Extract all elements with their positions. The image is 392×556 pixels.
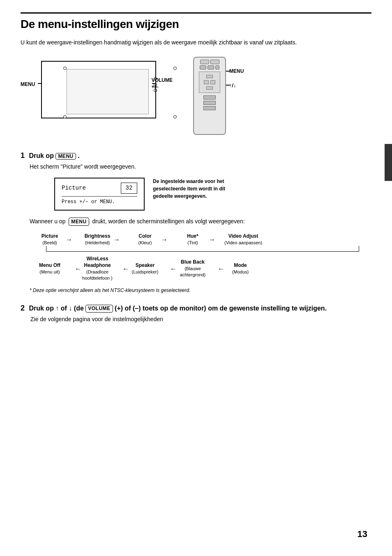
flow-line-horizontal <box>48 246 357 252</box>
remote-nav-down <box>206 86 213 90</box>
flow-corner-right <box>357 246 359 252</box>
flow-menu-badge: MENU <box>69 218 89 226</box>
flow-mode-sub: (Modus) <box>232 269 249 274</box>
flow-arrow-3 <box>161 235 177 245</box>
flow-intro-1: Wanneer u op <box>30 218 65 225</box>
flow-picture-label: Picture <box>42 233 58 239</box>
monitor-diagram: MENU VOLUME+/– <box>21 57 173 131</box>
flow-node-picture: Picture (Beeld) <box>34 233 66 246</box>
remote-nav-up <box>206 75 213 78</box>
flow-arrow-5 <box>66 264 81 274</box>
flow-node-mode: Mode (Modus) <box>224 262 256 275</box>
remote-body <box>193 57 226 135</box>
flow-node-color: Color (Kleur) <box>129 233 161 246</box>
corner-dot-bl <box>63 115 67 118</box>
step1-period: . <box>78 152 79 159</box>
flow-diagram: Picture (Beeld) Brightness (Helderheid) … <box>34 233 371 282</box>
remote-nav-right <box>210 80 215 84</box>
flow-node-hue: Hue* (Tint) <box>177 233 209 246</box>
corner-dot-tr <box>173 67 177 70</box>
step2-volume-badge: VOLUME <box>85 305 113 313</box>
menu-label-diagram: MENU <box>21 81 35 87</box>
flow-blueback-sub: (Blauweachtergrond) <box>180 266 205 278</box>
flow-arrow-1 <box>66 235 81 245</box>
remote-btn-5 <box>215 65 219 70</box>
diagram-section: MENU VOLUME+/– <box>21 57 371 139</box>
flow-videoadj-sub: (Video aanpassen) <box>224 240 262 245</box>
side-black-bar <box>385 144 392 181</box>
flow-node-menuoff: Menu Off (Menu uit) <box>34 262 66 275</box>
step1-instruction: Druk op <box>29 152 53 159</box>
page-title: De menu-instellingen wijzigen <box>21 12 371 31</box>
flow-blueback-label: Blue Back <box>181 259 205 265</box>
step1-number: 1 <box>21 151 25 160</box>
picture-screen-value: 32 <box>121 183 137 194</box>
remote-nav <box>199 72 220 93</box>
step2-section: 2 Druk op ↑ of ↓ (de VOLUME (+) of (–) t… <box>21 303 371 324</box>
flow-footnote: * Deze optie verschijnt alleen als het N… <box>30 287 371 294</box>
flow-arrow-7 <box>161 264 177 274</box>
remote-btn-1 <box>200 60 209 64</box>
flow-mode-label: Mode <box>234 262 247 268</box>
intro-text: U kunt de weergave-instellingen handmati… <box>21 38 371 47</box>
picture-screen-label: Picture <box>62 184 86 192</box>
flow-intro-text: Wanneer u op MENU drukt, worden de scher… <box>30 217 371 226</box>
step1-description: Het scherm "Picture" wordt weergegeven. <box>30 162 371 171</box>
flow-node-blueback: Blue Back (Blauweachtergrond) <box>177 259 209 278</box>
remote-row2 <box>194 65 225 70</box>
page-number: 13 <box>357 529 367 540</box>
flow-node-wireless: WireLessHeadphone (Draadlozehoofdtelefoo… <box>81 256 113 281</box>
step2-header: 2 Druk op ↑ of ↓ (de VOLUME (+) of (–) t… <box>21 303 371 313</box>
flow-intro-2: drukt, worden de scherminstellingen als … <box>92 218 245 225</box>
step1-header: 1 Druk op MENU . <box>21 151 371 160</box>
step1-menu-badge: MENU <box>55 153 76 160</box>
corner-dot-tl <box>63 67 67 70</box>
picture-screen-row: Picture 32 <box>62 183 137 194</box>
flow-brightness-label: Brightness <box>85 233 111 239</box>
remote-btn-2 <box>210 60 219 64</box>
monitor-body <box>41 61 156 118</box>
flow-bottom-row: Menu Off (Menu uit) WireLessHeadphone (D… <box>34 256 371 281</box>
step2-number: 2 <box>21 304 25 312</box>
remote-btn-3 <box>200 65 206 70</box>
remote-lower-btn2 <box>203 101 216 105</box>
remote-arrows-label: ↑/↓ <box>229 82 236 88</box>
step2-instruction2: (+) of (–) toets op de monitor) om de ge… <box>115 305 327 312</box>
flow-menuoff-label: Menu Off <box>39 262 60 268</box>
flow-brightness-sub: (Helderheid) <box>85 240 110 245</box>
flow-speaker-sub: (Luidspreker) <box>132 269 159 274</box>
monitor-screen <box>67 69 149 114</box>
flow-wireless-label: WireLessHeadphone <box>84 256 111 268</box>
step1-body: Het scherm "Picture" wordt weergegeven. … <box>30 162 371 294</box>
flow-videoadj-label: Video Adjust <box>228 233 258 239</box>
flow-top-row: Picture (Beeld) Brightness (Helderheid) … <box>34 233 371 246</box>
corner-dot-br <box>173 115 177 118</box>
remote-nav-left <box>204 80 209 84</box>
flow-hue-label: Hue* <box>187 233 198 239</box>
flow-node-videoadj: Video Adjust (Video aanpassen) <box>224 233 262 246</box>
picture-screen-bottom: Press +/– or MENU. <box>62 196 137 206</box>
volume-label: VOLUME+/– <box>152 77 173 90</box>
remote-nav-mid <box>204 80 215 84</box>
flow-arrow-4 <box>209 235 224 245</box>
remote-lower <box>194 95 225 110</box>
picture-note: De ingestelde waarde voor het geselectee… <box>153 178 243 200</box>
remote-diagram: MENU ↑/↓ <box>193 57 259 139</box>
flow-color-sub: (Kleur) <box>138 240 152 245</box>
flow-arrow-8 <box>209 264 224 274</box>
flow-menuoff-sub: (Menu uit) <box>39 269 60 274</box>
flow-node-brightness: Brightness (Helderheid) <box>81 233 113 246</box>
step1-section: 1 Druk op MENU . Het scherm "Picture" wo… <box>21 151 371 294</box>
flow-wireless-sub: (Draadlozehoofdtelefoon ) <box>82 269 112 281</box>
flow-node-speaker: Speaker (Luidspreker) <box>129 262 161 275</box>
remote-menu-arrow <box>226 71 230 72</box>
remote-lower-btn3 <box>203 106 216 110</box>
flow-speaker-label: Speaker <box>136 262 155 268</box>
step2-description: Zie de volgende pagina voor de instelmog… <box>30 315 371 324</box>
flow-arrow-2 <box>113 235 129 245</box>
picture-screen-container: Picture 32 Press +/– or MENU. De ingeste… <box>54 178 371 211</box>
flow-connector-row <box>34 246 371 252</box>
picture-screen: Picture 32 Press +/– or MENU. <box>54 178 145 211</box>
step2-body: Zie de volgende pagina voor de instelmog… <box>30 315 371 324</box>
flow-arrow-6 <box>113 264 129 274</box>
